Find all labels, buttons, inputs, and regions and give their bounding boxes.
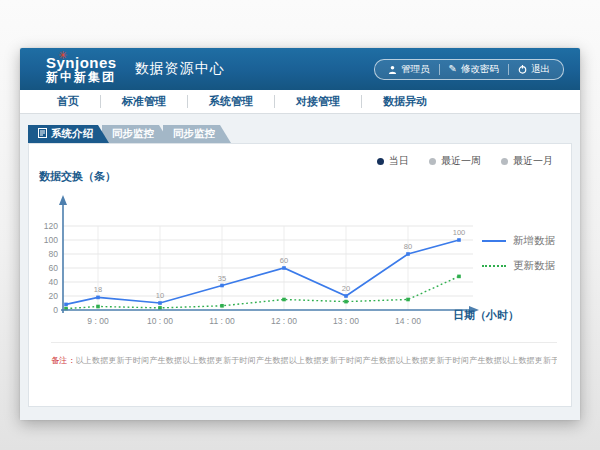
- svg-text:80: 80: [404, 242, 412, 251]
- line-chart: 0204060801001209 : 0010 : 0011 : 0012 : …: [33, 180, 485, 332]
- x-axis-title: 日期（小时）: [453, 308, 519, 323]
- chart-panel: 当日 最近一周 最近一月 数据交换（条） 0204060801001209 : …: [28, 143, 572, 407]
- main-navigation: 首页 标准管理 系统管理 对接管理 数据异动: [20, 90, 580, 114]
- svg-text:0: 0: [53, 305, 58, 315]
- svg-text:10 : 00: 10 : 00: [147, 316, 173, 326]
- tab-system-intro[interactable]: 系统介绍: [28, 125, 109, 143]
- svg-text:60: 60: [49, 263, 59, 273]
- logout-label: 退出: [531, 63, 550, 76]
- footnote-text: 以上数据更新于时间产生数据以上数据更新于时间产生数据以上数据更新于时间产生数据以…: [76, 356, 557, 365]
- edit-icon: ✎: [449, 64, 457, 74]
- tab-bar: 系统介绍 同步监控 同步监控: [28, 125, 231, 143]
- tab-sync-monitor-2[interactable]: 同步监控: [163, 125, 231, 143]
- logo-subtext: 新中新集团: [46, 71, 117, 84]
- footnote: 备注：以上数据更新于时间产生数据以上数据更新于时间产生数据以上数据更新于时间产生…: [51, 342, 557, 366]
- company-logo: Synjones ✳ 新中新集团: [46, 55, 117, 83]
- legend-new-data[interactable]: 新增数据: [482, 234, 555, 248]
- content-area: 系统介绍 同步监控 同步监控 当日 最近一周: [20, 114, 580, 420]
- svg-text:9 : 00: 9 : 00: [87, 316, 109, 326]
- nav-item-system-mgmt[interactable]: 系统管理: [187, 95, 274, 108]
- legend-update-data[interactable]: 更新数据: [482, 259, 555, 273]
- radio-dot-icon: [501, 158, 508, 165]
- page-title: 数据资源中心: [135, 60, 225, 78]
- svg-text:10: 10: [156, 291, 164, 300]
- dotted-line-icon: [482, 265, 506, 267]
- radio-last-week[interactable]: 最近一周: [429, 154, 481, 168]
- tab-sync-monitor-1[interactable]: 同步监控: [102, 125, 170, 143]
- svg-text:20: 20: [342, 284, 350, 293]
- power-icon: [518, 65, 527, 74]
- logo-text: Synjones: [46, 55, 117, 71]
- footnote-label: 备注：: [51, 356, 76, 365]
- nav-item-interface-mgmt[interactable]: 对接管理: [274, 95, 361, 108]
- radio-label: 最近一月: [513, 154, 553, 168]
- radio-last-month[interactable]: 最近一月: [501, 154, 553, 168]
- change-password-button[interactable]: ✎ 修改密码: [440, 60, 508, 79]
- admin-user-button[interactable]: 管理员: [379, 60, 439, 79]
- user-icon: [388, 65, 397, 74]
- radio-today[interactable]: 当日: [377, 154, 409, 168]
- svg-text:14 : 00: 14 : 00: [395, 316, 421, 326]
- svg-text:13 : 00: 13 : 00: [333, 316, 359, 326]
- svg-text:100: 100: [453, 228, 466, 237]
- nav-item-standard-mgmt[interactable]: 标准管理: [100, 95, 187, 108]
- logo-accent-icon: ✳: [58, 50, 67, 62]
- radio-dot-icon: [377, 158, 384, 165]
- chart-legend: 新增数据 更新数据: [482, 234, 555, 273]
- svg-text:120: 120: [44, 221, 58, 231]
- svg-text:80: 80: [49, 249, 59, 259]
- svg-text:18: 18: [94, 285, 102, 294]
- solid-line-icon: [482, 240, 506, 242]
- svg-text:20: 20: [49, 291, 59, 301]
- logout-button[interactable]: 退出: [509, 60, 559, 79]
- tab-label: 同步监控: [112, 127, 154, 141]
- change-password-label: 修改密码: [461, 63, 499, 76]
- svg-text:35: 35: [218, 274, 226, 283]
- radio-label: 当日: [389, 154, 409, 168]
- user-toolbar: 管理员 ✎ 修改密码 退出: [374, 59, 564, 80]
- radio-dot-icon: [429, 158, 436, 165]
- legend-label: 更新数据: [513, 259, 555, 273]
- svg-text:11 : 00: 11 : 00: [209, 316, 235, 326]
- app-window: Synjones ✳ 新中新集团 数据资源中心 管理员 ✎ 修改密码: [20, 48, 580, 420]
- app-header: Synjones ✳ 新中新集团 数据资源中心 管理员 ✎ 修改密码: [20, 48, 580, 90]
- svg-text:60: 60: [280, 256, 288, 265]
- legend-label: 新增数据: [513, 234, 555, 248]
- svg-text:12 : 00: 12 : 00: [271, 316, 297, 326]
- admin-user-label: 管理员: [401, 63, 430, 76]
- svg-text:100: 100: [44, 235, 58, 245]
- nav-item-data-change[interactable]: 数据异动: [361, 95, 448, 108]
- tab-label: 同步监控: [173, 127, 215, 141]
- radio-label: 最近一周: [441, 154, 481, 168]
- nav-item-home[interactable]: 首页: [36, 95, 100, 108]
- tab-label: 系统介绍: [51, 127, 93, 141]
- page-background: { "header": { "logo_line1": "Synjones", …: [0, 0, 600, 450]
- time-range-filter: 当日 最近一周 最近一月: [377, 154, 553, 168]
- svg-text:40: 40: [49, 277, 59, 287]
- document-icon: [38, 128, 47, 140]
